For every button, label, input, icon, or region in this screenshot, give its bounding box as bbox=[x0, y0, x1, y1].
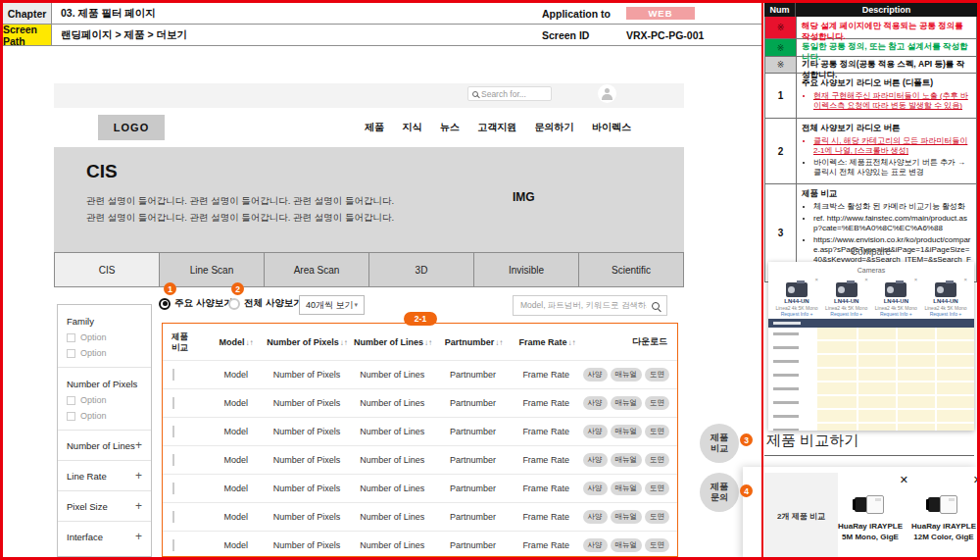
product-table: 제품 비교 Model↓↑ Number of Pixels↓↑ Number … bbox=[162, 323, 678, 557]
checkbox[interactable] bbox=[67, 412, 75, 421]
camera-image bbox=[928, 492, 959, 518]
nav-item-news[interactable]: 뉴스 bbox=[440, 121, 460, 134]
filter-option[interactable]: Option bbox=[67, 411, 142, 421]
nav-item-support[interactable]: 고객지원 bbox=[477, 121, 516, 134]
filter-group-pixel-size[interactable]: Pixel Size + bbox=[58, 490, 151, 521]
spec-download-button[interactable]: 사양 bbox=[583, 538, 608, 552]
tab-line-scan[interactable]: Line Scan bbox=[159, 252, 265, 287]
compare-checkbox[interactable] bbox=[172, 511, 174, 523]
annotation-badge-2-1: 2-1 bbox=[404, 312, 437, 326]
legend-text: 기타 공통 정의(공통 적용 스펙, API 등)를 작성합니다. bbox=[797, 57, 976, 73]
sort-icon: ↓↑ bbox=[340, 338, 348, 347]
tab-scientific[interactable]: Scientific bbox=[578, 252, 684, 287]
cell-model: Model bbox=[207, 540, 266, 550]
product-inquiry-fab[interactable]: 제품 문의 bbox=[700, 473, 739, 512]
nav-item-contact[interactable]: 문의하기 bbox=[535, 121, 574, 134]
cell-model: Model bbox=[207, 370, 266, 380]
filter-group-interface[interactable]: Interface + bbox=[58, 521, 151, 551]
col-header-lines[interactable]: Number of Lines↓↑ bbox=[349, 337, 437, 347]
spec-download-button[interactable]: 사양 bbox=[583, 368, 608, 382]
radio-main-specs[interactable]: 주요 사양보기 bbox=[159, 297, 233, 310]
spec-download-button[interactable]: 사양 bbox=[583, 482, 608, 495]
drawing-download-button[interactable]: 도면 bbox=[645, 482, 669, 495]
manual-download-button[interactable]: 매뉴얼 bbox=[611, 482, 643, 495]
nav-item-virex[interactable]: 바이렉스 bbox=[592, 121, 631, 134]
filter-option[interactable]: Option bbox=[67, 348, 142, 358]
nav-item-products[interactable]: 제품 bbox=[365, 121, 384, 134]
mini-camera-card: × LN44-UN Linea2 4k 5K Mono Request Info… bbox=[873, 278, 918, 319]
screen-id-label: Screen ID bbox=[536, 25, 622, 45]
doc-header-row-2: Screen Path 랜딩페이지 > 제품 > 더보기 Screen ID V… bbox=[3, 25, 762, 46]
filter-group-line-rate[interactable]: Line Rate + bbox=[58, 460, 151, 490]
cell-framerate: Frame Rate bbox=[510, 455, 583, 465]
drawing-download-button[interactable]: 도면 bbox=[645, 396, 669, 410]
product-name: HuaRay iRAYPLE bbox=[832, 522, 908, 533]
spec-download-button[interactable]: 사양 bbox=[583, 425, 608, 438]
expand-icon: + bbox=[135, 500, 142, 512]
tab-invisible[interactable]: Invisible bbox=[473, 252, 579, 287]
spec-row-1: 1 주요 사양보기 라디오 버튼 (디폴트) 현재 구현해주신 파라미터들이 노… bbox=[764, 74, 977, 119]
col-header-framerate[interactable]: Frame Rate↓↑ bbox=[511, 337, 584, 347]
site-logo[interactable]: LOGO bbox=[98, 115, 165, 140]
user-account-icon[interactable] bbox=[598, 84, 616, 103]
filter-group-number-of-lines[interactable]: Number of Lines + bbox=[58, 430, 151, 460]
col-header-pixels[interactable]: Number of Pixels↓↑ bbox=[266, 337, 349, 347]
spec-download-button[interactable]: 사양 bbox=[583, 510, 608, 524]
manual-download-button[interactable]: 매뉴얼 bbox=[611, 425, 643, 438]
checkbox[interactable] bbox=[67, 333, 75, 342]
camera-name: LN44-UN bbox=[824, 298, 869, 305]
manual-download-button[interactable]: 매뉴얼 bbox=[611, 368, 643, 382]
site-search-input[interactable]: Search for... bbox=[467, 86, 552, 101]
manual-download-button[interactable]: 매뉴얼 bbox=[611, 396, 643, 410]
request-info-link: Request Info + bbox=[873, 311, 918, 318]
spec-row-title: 전체 사양보기 라디오 버튼 bbox=[802, 123, 971, 134]
spec-row-num: 2 bbox=[765, 119, 797, 184]
compare-checkbox[interactable] bbox=[172, 426, 174, 437]
tab-cis[interactable]: CIS bbox=[54, 252, 160, 287]
close-icon[interactable]: ✕ bbox=[973, 475, 980, 485]
radio-all-specs[interactable]: 전체 사양보기 bbox=[228, 297, 303, 310]
tab-3d[interactable]: 3D bbox=[368, 252, 474, 287]
manual-download-button[interactable]: 매뉴얼 bbox=[611, 510, 643, 524]
checkbox[interactable] bbox=[67, 349, 75, 358]
tab-area-scan[interactable]: Area Scan bbox=[264, 252, 369, 287]
drawing-download-button[interactable]: 도면 bbox=[645, 453, 669, 467]
compare-checkbox[interactable] bbox=[172, 454, 174, 466]
manual-download-button[interactable]: 매뉴얼 bbox=[611, 453, 643, 467]
compare-checkbox[interactable] bbox=[172, 397, 174, 409]
table-search-input[interactable]: Model, 파트넘버, 키워드로 검색하세요. bbox=[513, 295, 667, 316]
compare-modal: 2개 제품 비교 ✕ HuaRay iRAYPLE 5M Mono, GigE … bbox=[743, 467, 977, 560]
compare-checkbox[interactable] bbox=[172, 539, 174, 551]
product-compare-fab[interactable]: 제품 비교 bbox=[700, 424, 739, 463]
remove-icon: × bbox=[914, 277, 918, 282]
manual-download-button[interactable]: 매뉴얼 bbox=[611, 538, 643, 552]
cell-pixels: Number of Pixels bbox=[266, 455, 349, 465]
drawing-download-button[interactable]: 도면 bbox=[645, 510, 669, 524]
compare-section-heading: 제품 비교하기 bbox=[766, 432, 858, 450]
table-header-row: 제품 비교 Model↓↑ Number of Pixels↓↑ Number … bbox=[163, 324, 677, 360]
spec-row-num: 1 bbox=[765, 74, 797, 118]
compare-checkbox[interactable] bbox=[172, 483, 174, 494]
cell-model: Model bbox=[207, 398, 266, 408]
spec-row-2: 2 전체 사양보기 라디오 버튼 클릭 시, 해당 카테고리의 모든 파라미터들… bbox=[764, 119, 977, 185]
col-header-partnumber[interactable]: Partnumber↓↑ bbox=[437, 337, 511, 347]
sort-icon: ↓↑ bbox=[424, 338, 432, 347]
compare-reference-title: Compare bbox=[764, 246, 977, 257]
nav-item-knowledge[interactable]: 지식 bbox=[402, 121, 421, 134]
filter-option[interactable]: Option bbox=[67, 395, 142, 405]
filter-option[interactable]: Option bbox=[67, 332, 142, 342]
drawing-download-button[interactable]: 도면 bbox=[645, 425, 669, 438]
drawing-download-button[interactable]: 도면 bbox=[645, 368, 669, 382]
drawing-download-button[interactable]: 도면 bbox=[645, 538, 669, 552]
remove-icon: × bbox=[814, 277, 818, 282]
spec-download-button[interactable]: 사양 bbox=[583, 453, 608, 467]
checkbox[interactable] bbox=[67, 396, 75, 405]
expand-icon: + bbox=[135, 470, 142, 482]
annotation-badge-2: 2 bbox=[231, 282, 244, 295]
compare-checkbox[interactable] bbox=[172, 369, 174, 381]
spec-download-button[interactable]: 사양 bbox=[583, 396, 608, 410]
page-size-select[interactable]: 40개씩 보기 ▾ bbox=[299, 295, 365, 315]
col-header-model[interactable]: Model↓↑ bbox=[207, 337, 266, 347]
mini-table-label-column bbox=[768, 328, 817, 431]
expand-icon: + bbox=[135, 439, 142, 451]
